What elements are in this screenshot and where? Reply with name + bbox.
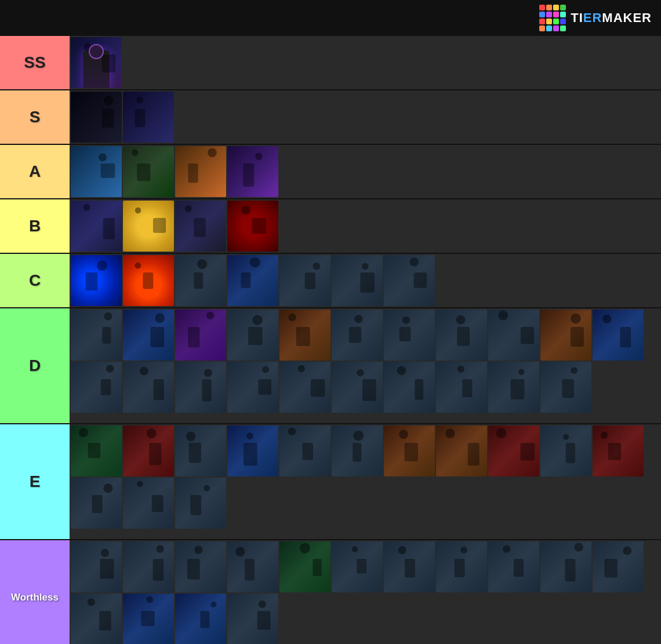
logo-cell-10 (553, 19, 559, 24)
tier-item-d-15[interactable] (279, 362, 330, 413)
tier-item-e-7[interactable] (436, 425, 487, 476)
tier-item-d-13[interactable] (175, 362, 226, 413)
tier-item-worthless-1[interactable] (123, 541, 174, 592)
tier-label-s: S (0, 90, 70, 144)
tier-item-s-0[interactable] (71, 92, 122, 143)
tier-item-e-0[interactable] (71, 425, 122, 476)
svg-rect-79 (88, 443, 101, 458)
tier-row-worthless: Worthless (0, 540, 661, 644)
svg-point-40 (206, 311, 215, 319)
tier-item-ss-0[interactable] (71, 37, 122, 88)
tier-item-worthless-13[interactable] (175, 594, 226, 644)
svg-point-62 (204, 369, 212, 377)
tier-item-e-11[interactable] (71, 478, 122, 529)
tier-item-c-2[interactable] (175, 255, 226, 306)
tier-item-e-4[interactable] (279, 425, 330, 476)
tier-row-d: D (0, 308, 661, 424)
tier-item-worthless-6[interactable] (384, 541, 435, 592)
tier-label-a: A (0, 145, 70, 198)
tier-item-d-2[interactable] (175, 310, 226, 361)
tier-item-d-11[interactable] (71, 362, 122, 413)
tier-item-c-5[interactable] (332, 255, 383, 306)
svg-point-42 (252, 315, 262, 325)
tier-item-d-1[interactable] (123, 310, 174, 361)
tier-item-worthless-4[interactable] (279, 541, 330, 592)
svg-point-28 (250, 257, 260, 268)
tier-item-d-18[interactable] (436, 362, 487, 413)
tier-item-worthless-0[interactable] (71, 541, 122, 592)
tier-item-b-3[interactable] (227, 201, 278, 252)
tier-label-worthless: Worthless (0, 540, 70, 644)
tier-item-worthless-7[interactable] (436, 541, 487, 592)
header: TiERMAKER (0, 0, 661, 36)
svg-point-30 (313, 263, 320, 270)
tier-item-e-12[interactable] (123, 478, 174, 529)
tier-item-e-13[interactable] (175, 478, 226, 529)
svg-rect-75 (510, 379, 524, 399)
tier-item-e-5[interactable] (332, 425, 383, 476)
tier-item-d-17[interactable] (384, 362, 435, 413)
tier-item-d-14[interactable] (227, 362, 278, 413)
tier-item-e-6[interactable] (384, 425, 435, 476)
tier-item-worthless-14[interactable] (227, 594, 278, 644)
tier-item-e-9[interactable] (540, 425, 591, 476)
tier-item-d-4[interactable] (279, 310, 330, 361)
tier-item-b-2[interactable] (175, 201, 226, 252)
tier-item-worthless-2[interactable] (175, 541, 226, 592)
tier-item-d-10[interactable] (593, 310, 644, 361)
tier-item-worthless-8[interactable] (488, 541, 539, 592)
svg-rect-43 (248, 327, 263, 345)
tier-item-b-0[interactable] (71, 201, 122, 252)
tier-item-e-2[interactable] (175, 425, 226, 476)
tier-item-worthless-11[interactable] (71, 594, 122, 644)
tier-item-worthless-5[interactable] (332, 541, 383, 592)
tier-item-e-10[interactable] (593, 425, 644, 476)
tier-item-c-3[interactable] (227, 255, 278, 306)
tier-item-d-9[interactable] (540, 310, 591, 361)
logo-cell-15 (560, 26, 566, 31)
tier-item-worthless-3[interactable] (227, 541, 278, 592)
tier-item-c-1[interactable] (123, 255, 174, 306)
tier-item-worthless-10[interactable] (593, 541, 644, 592)
tier-item-d-20[interactable] (540, 362, 591, 413)
tier-item-e-8[interactable] (488, 425, 539, 476)
svg-point-4 (136, 97, 143, 103)
tier-item-d-0[interactable] (71, 310, 122, 361)
tier-item-d-19[interactable] (488, 362, 539, 413)
svg-rect-101 (92, 495, 103, 513)
svg-rect-85 (244, 443, 257, 465)
app-container: TiERMAKER SS S A B (0, 0, 661, 644)
tier-item-s-1[interactable] (123, 92, 174, 143)
tier-item-d-3[interactable] (227, 310, 278, 361)
svg-point-92 (445, 429, 455, 438)
svg-rect-29 (241, 272, 251, 288)
svg-rect-97 (566, 443, 575, 463)
tier-item-a-2[interactable] (175, 146, 226, 197)
svg-rect-25 (143, 272, 153, 289)
svg-point-74 (518, 369, 525, 375)
svg-point-48 (402, 316, 410, 324)
tier-row-c: C (0, 254, 661, 308)
tier-item-a-3[interactable] (227, 146, 278, 197)
tier-item-d-8[interactable] (488, 310, 539, 361)
tier-item-worthless-12[interactable] (123, 594, 174, 644)
tier-item-c-4[interactable] (279, 255, 330, 306)
tier-item-d-16[interactable] (332, 362, 383, 413)
svg-point-18 (185, 205, 192, 212)
tier-item-d-12[interactable] (123, 362, 174, 413)
svg-rect-23 (86, 272, 98, 290)
tier-item-d-5[interactable] (332, 310, 383, 361)
tier-item-b-1[interactable] (123, 201, 174, 252)
tier-item-a-1[interactable] (123, 146, 174, 197)
tier-item-c-0[interactable] (71, 255, 122, 306)
tier-item-c-6[interactable] (384, 255, 435, 306)
svg-rect-105 (190, 495, 201, 515)
tier-item-a-0[interactable] (71, 146, 122, 197)
svg-rect-19 (194, 218, 206, 237)
tier-item-d-6[interactable] (384, 310, 435, 361)
tier-item-d-7[interactable] (436, 310, 487, 361)
svg-rect-129 (99, 611, 111, 631)
tier-item-e-3[interactable] (227, 425, 278, 476)
tier-item-worthless-9[interactable] (540, 541, 591, 592)
tier-item-e-1[interactable] (123, 425, 174, 476)
